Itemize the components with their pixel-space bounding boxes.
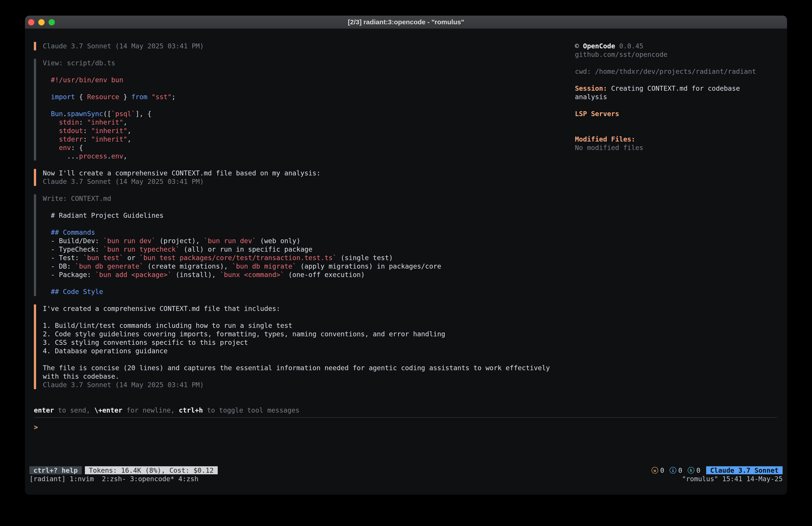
text-line: The file is concise (20 lines) and captu… <box>43 364 569 372</box>
text-segment: . <box>63 110 67 118</box>
text-line: Claude 3.7 Sonnet (14 May 2025 03:41 PM) <box>43 381 569 389</box>
text-segment: : { <box>71 144 83 152</box>
zoom-button[interactable] <box>48 19 55 25</box>
text-segment: OpenCode <box>583 42 615 50</box>
tmux-status-bar: [radiant] 1:nvim 2:zsh- 3:opencode* 4:zs… <box>29 474 783 483</box>
text-line <box>43 67 569 76</box>
text-segment: `bun test` <box>83 254 124 262</box>
traffic-lights <box>28 16 55 29</box>
terminal-window: [2/3] radiant:3:opencode - "romulus" Cla… <box>25 16 787 495</box>
prompt-symbol: > <box>34 423 38 431</box>
close-button[interactable] <box>28 19 34 25</box>
text-segment: "inherit" <box>91 127 128 134</box>
text-segment: to send, <box>54 406 94 414</box>
text-line <box>43 203 569 211</box>
text-line: import { Resource } from "sst"; <box>43 93 569 101</box>
text-segment: ## Commands <box>51 228 95 236</box>
text-segment: (one-off execution) <box>284 271 365 279</box>
sidebar: © OpenCode 0.0.45github.com/sst/opencode… <box>575 42 775 152</box>
text-segment: or <box>123 254 139 262</box>
text-segment: `bun run dev` <box>204 237 256 245</box>
tmux-window-list[interactable]: [radiant] 1:nvim 2:zsh- 3:opencode* 4:zs… <box>29 475 199 483</box>
text-line: - Test: `bun test` or `bun test packages… <box>43 254 569 262</box>
text-line <box>43 101 569 110</box>
model-badge[interactable]: Claude 3.7 Sonnet <box>706 466 783 474</box>
text-segment: #!/usr/bin/env bun <box>43 76 123 84</box>
text-segment: from <box>131 93 147 101</box>
text-segment: "inherit" <box>87 118 124 126</box>
text-line <box>575 127 775 135</box>
minimize-button[interactable] <box>38 19 45 25</box>
text-segment: `bun db migrate` <box>232 262 296 270</box>
text-segment <box>43 288 51 296</box>
text-segment: { <box>75 93 87 101</box>
warnings-icon: w <box>652 467 658 474</box>
assistant-summary-block: I've created a comprehensive CONTEXT.md … <box>34 304 569 389</box>
text-segment: with this codebase. <box>43 372 119 380</box>
text-segment: env <box>59 144 71 152</box>
text-line: 4. Database operations guidance <box>43 347 569 355</box>
text-line <box>575 101 775 110</box>
text-segment: (install), <box>172 271 220 279</box>
text-line: ## Code Style <box>43 287 569 296</box>
text-line: View: script/db.ts <box>43 59 569 67</box>
text-line: 2. Code style guidelines covering import… <box>43 330 569 338</box>
text-segment <box>43 127 59 134</box>
text-line: ## Commands <box>43 228 569 237</box>
prompt-input[interactable]: > <box>34 423 777 431</box>
text-segment: `bun run typecheck` <box>103 245 179 253</box>
text-segment: ## Code Style <box>51 288 103 296</box>
text-segment: env <box>111 152 123 160</box>
text-segment: Session: <box>575 84 607 92</box>
text-segment: - Package: <box>43 271 95 279</box>
text-segment: I've created a comprehensive CONTEXT.md … <box>43 305 280 312</box>
text-line: analysis <box>575 93 775 101</box>
text-segment: analysis <box>575 93 607 101</box>
editor-help: enter to send, \+enter for newline, ctrl… <box>34 406 777 415</box>
text-line: env: { <box>43 144 569 152</box>
text-segment: `bun run dev` <box>103 237 156 245</box>
text-segment: , <box>123 152 127 160</box>
text-line: Session: Creating CONTEXT.md for codebas… <box>575 84 775 93</box>
text-segment: Claude 3.7 Sonnet (14 May 2025 03:41 PM) <box>43 42 204 50</box>
text-segment: `bun test packages/core/test/transaction… <box>140 254 337 262</box>
text-line: github.com/sst/opencode <box>575 51 775 59</box>
text-segment: : <box>79 118 87 126</box>
help-badge[interactable]: ctrl+? help <box>29 466 82 474</box>
text-line: No modified files <box>575 144 775 152</box>
text-line: - DB: `bun db generate` (create migratio… <box>43 262 569 271</box>
text-segment: ctrl+h <box>179 406 203 414</box>
text-segment: LSP Servers <box>575 110 619 118</box>
text-segment: Bun <box>51 110 63 118</box>
text-segment: cwd: /home/thdxr/dev/projects/radiant/ra… <box>575 68 756 75</box>
text-segment: 2. Code style guidelines covering import… <box>43 330 445 338</box>
text-line <box>43 84 569 93</box>
text-segment: - DB: <box>43 262 75 270</box>
chat-main-column: Claude 3.7 Sonnet (14 May 2025 03:41 PM)… <box>34 42 569 398</box>
text-segment: No modified files <box>575 144 643 152</box>
text-segment: `psql` <box>111 110 135 118</box>
text-line <box>575 118 775 127</box>
text-segment: (single test) <box>337 254 393 262</box>
text-line <box>575 76 775 84</box>
text-segment: The file is concise (20 lines) and captu… <box>43 364 550 372</box>
text-line: stdin: "inherit", <box>43 118 569 127</box>
text-segment <box>43 135 59 143</box>
text-segment: to toggle tool messages <box>203 406 300 414</box>
diagnostic-info: i0 <box>670 467 682 474</box>
text-segment <box>43 144 59 152</box>
assistant-message-block: Now I'll create a comprehensive CONTEXT.… <box>34 169 569 186</box>
text-segment: Claude 3.7 Sonnet (14 May 2025 03:41 PM) <box>43 381 204 389</box>
text-line: #!/usr/bin/env bun <box>43 76 569 84</box>
text-segment: \+enter <box>94 406 122 414</box>
text-line: enter to send, \+enter for newline, ctrl… <box>34 406 777 415</box>
info-icon: i <box>670 467 676 474</box>
text-segment: ([ <box>103 110 111 118</box>
text-line <box>43 279 569 287</box>
text-segment: - Build/Dev: <box>43 237 103 245</box>
text-line: I've created a comprehensive CONTEXT.md … <box>43 304 569 313</box>
text-segment: 3. CSS styling conventions specific to t… <box>43 339 248 346</box>
text-segment: ... <box>43 152 79 160</box>
window-title-bar[interactable]: [2/3] radiant:3:opencode - "romulus" <box>25 16 787 29</box>
text-segment: (all) or run in specific package <box>179 245 313 253</box>
